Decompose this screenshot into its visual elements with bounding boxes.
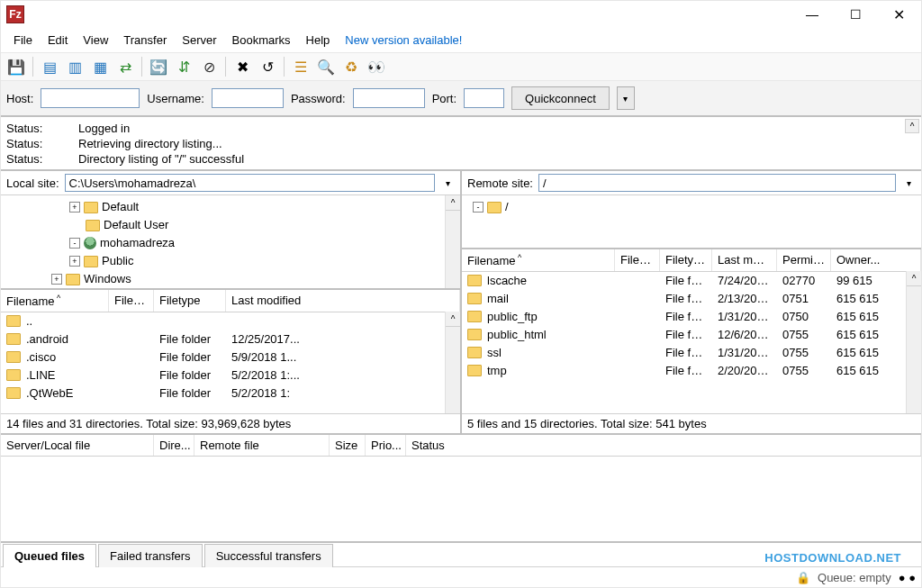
local-list[interactable]: Filename ^ Filesize Filetype Last modifi… bbox=[1, 290, 460, 413]
search-icon[interactable]: 🔍 bbox=[314, 55, 338, 78]
compare-icon[interactable]: ♻ bbox=[339, 55, 363, 78]
menu-view[interactable]: View bbox=[77, 32, 113, 49]
file-row[interactable]: .QtWebE File folder 5/2/2018 1: bbox=[1, 384, 460, 403]
qcol-direction[interactable]: Dire... bbox=[154, 435, 194, 456]
file-row[interactable]: ssl File fol... 1/31/201... 0755 615 615 bbox=[462, 344, 921, 362]
tree-item[interactable]: +Default bbox=[6, 198, 455, 216]
file-row[interactable]: .android File folder 12/25/2017... bbox=[1, 330, 460, 348]
expander-icon[interactable]: + bbox=[51, 274, 62, 285]
col-filesize[interactable]: Filesize bbox=[615, 249, 660, 271]
folder-icon bbox=[6, 387, 21, 399]
scroll-up-icon[interactable]: ^ bbox=[905, 119, 919, 133]
toggle-log-icon[interactable]: ▤ bbox=[38, 55, 61, 78]
file-name: .android bbox=[21, 330, 109, 348]
site-manager-icon[interactable]: 💾 bbox=[5, 55, 28, 78]
qcol-remote[interactable]: Remote file bbox=[194, 435, 330, 456]
menu-bookmarks[interactable]: Bookmarks bbox=[227, 32, 296, 49]
qcol-server[interactable]: Server/Local file bbox=[1, 435, 154, 456]
tree-item[interactable]: Default User bbox=[6, 216, 455, 234]
file-mod: 5/9/2018 1... bbox=[226, 348, 460, 366]
remote-tree[interactable]: -/ bbox=[462, 195, 921, 249]
tree-item[interactable]: -mohamadreza bbox=[6, 234, 455, 252]
watermark: HOSTDOWNLOAD.NET bbox=[764, 551, 901, 565]
folder-icon bbox=[467, 329, 482, 340]
folder-icon bbox=[487, 202, 502, 213]
file-row[interactable]: public_ftp File fol... 1/31/201... 0750 … bbox=[462, 308, 921, 326]
host-input[interactable] bbox=[41, 88, 140, 108]
local-site-dropdown[interactable]: ▾ bbox=[440, 178, 455, 188]
remote-status: 5 files and 15 directories. Total size: … bbox=[462, 413, 921, 433]
remote-list[interactable]: Filename ^ Filesize Filetype Last mod...… bbox=[462, 249, 921, 413]
binoculars-icon[interactable]: 👀 bbox=[365, 55, 388, 78]
tab-failed[interactable]: Failed transfers bbox=[98, 544, 203, 567]
menu-new-version[interactable]: New version available! bbox=[339, 32, 467, 49]
qcol-size[interactable]: Size bbox=[330, 435, 366, 456]
local-tree-scrollbar[interactable]: ^ bbox=[445, 195, 460, 288]
password-input[interactable] bbox=[353, 88, 425, 108]
scroll-up-icon[interactable]: ^ bbox=[446, 195, 460, 211]
remote-site-input[interactable] bbox=[538, 174, 896, 192]
col-filetype[interactable]: Filetype bbox=[154, 290, 226, 312]
tab-queued[interactable]: Queued files bbox=[3, 544, 96, 567]
col-filesize[interactable]: Filesize bbox=[109, 290, 154, 312]
file-row[interactable]: tmp File fol... 2/20/201... 0755 615 615 bbox=[462, 362, 921, 380]
toggle-tree-icon[interactable]: ▥ bbox=[63, 55, 86, 78]
file-name: public_html bbox=[482, 326, 615, 344]
file-type: File fol... bbox=[660, 272, 712, 290]
menu-file[interactable]: File bbox=[8, 32, 38, 49]
file-row[interactable]: public_html File fol... 12/6/201... 0755… bbox=[462, 326, 921, 344]
file-name: tmp bbox=[482, 362, 615, 380]
expander-icon[interactable]: + bbox=[69, 202, 80, 213]
col-permissions[interactable]: Permis... bbox=[777, 249, 831, 271]
toggle-queue-icon[interactable]: ▦ bbox=[88, 55, 112, 78]
tab-success[interactable]: Successful transfers bbox=[204, 544, 333, 567]
remote-site-dropdown[interactable]: ▾ bbox=[901, 178, 916, 188]
file-row[interactable]: .. bbox=[1, 312, 460, 330]
file-row[interactable]: lscache File fol... 7/24/201... 02770 99… bbox=[462, 272, 921, 290]
tree-item[interactable]: -/ bbox=[467, 198, 916, 216]
remote-list-scrollbar[interactable]: ^ bbox=[906, 271, 921, 413]
close-button[interactable]: ✕ bbox=[878, 2, 919, 27]
process-queue-icon[interactable]: ⇵ bbox=[172, 55, 195, 78]
qcol-priority[interactable]: Prio... bbox=[366, 435, 406, 456]
local-tree[interactable]: +DefaultDefault User-mohamadreza+Public+… bbox=[1, 195, 460, 290]
quickconnect-button[interactable]: Quickconnect bbox=[511, 86, 610, 110]
menu-edit[interactable]: Edit bbox=[42, 32, 73, 49]
file-row[interactable]: .cisco File folder 5/9/2018 1... bbox=[1, 348, 460, 366]
toolbar: 💾 ▤ ▥ ▦ ⇄ 🔄 ⇵ ⊘ ✖ ↺ ☰ 🔍 ♻ 👀 bbox=[1, 52, 921, 81]
queue-body bbox=[1, 457, 921, 541]
tree-item[interactable]: +Windows bbox=[6, 270, 455, 288]
expander-icon[interactable]: - bbox=[69, 238, 80, 249]
file-row[interactable]: .LINE File folder 5/2/2018 1:... bbox=[1, 366, 460, 384]
col-lastmod[interactable]: Last mod... bbox=[712, 249, 777, 271]
quickconnect-dropdown[interactable]: ▾ bbox=[617, 86, 635, 110]
menu-transfer[interactable]: Transfer bbox=[118, 32, 172, 49]
refresh-icon[interactable]: 🔄 bbox=[147, 55, 170, 78]
expander-icon[interactable]: + bbox=[69, 256, 80, 267]
minimize-button[interactable]: — bbox=[791, 2, 833, 27]
sync-browse-icon[interactable]: ⇄ bbox=[113, 55, 137, 78]
menu-server[interactable]: Server bbox=[176, 32, 221, 49]
file-name: mail bbox=[482, 290, 615, 308]
port-input[interactable] bbox=[464, 88, 504, 108]
username-input[interactable] bbox=[212, 88, 284, 108]
disconnect-icon[interactable]: ✖ bbox=[230, 55, 254, 78]
col-lastmod[interactable]: Last modified bbox=[226, 290, 460, 312]
qcol-status[interactable]: Status bbox=[406, 435, 921, 456]
file-size bbox=[615, 326, 660, 344]
filter-icon[interactable]: ☰ bbox=[289, 55, 312, 78]
log-message: Retrieving directory listing... bbox=[78, 136, 222, 151]
reconnect-icon[interactable]: ↺ bbox=[256, 55, 279, 78]
file-row[interactable]: mail File fol... 2/13/201... 0751 615 61… bbox=[462, 290, 921, 308]
file-size bbox=[615, 290, 660, 308]
menu-help[interactable]: Help bbox=[301, 32, 336, 49]
maximize-button[interactable]: ☐ bbox=[835, 2, 876, 27]
cancel-icon[interactable]: ⊘ bbox=[197, 55, 221, 78]
expander-icon[interactable]: - bbox=[473, 202, 484, 213]
col-filetype[interactable]: Filetype bbox=[660, 249, 712, 271]
tree-item[interactable]: +Public bbox=[6, 252, 455, 270]
local-site-input[interactable] bbox=[65, 174, 435, 192]
local-list-scrollbar[interactable]: ^ bbox=[445, 312, 460, 413]
file-perm: 0755 bbox=[777, 362, 831, 380]
col-owner[interactable]: Owner... bbox=[831, 249, 921, 271]
